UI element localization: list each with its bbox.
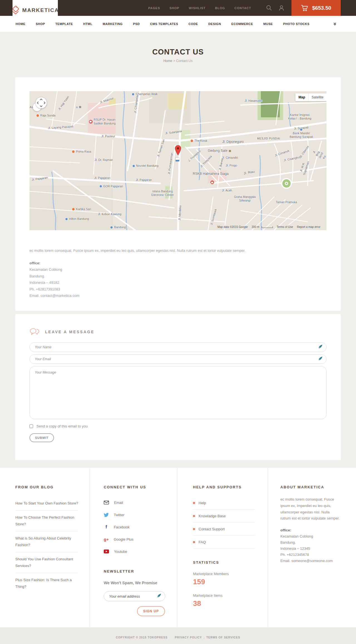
map-data-credit: Map data ©2015 Google [217,225,248,228]
name-input[interactable] [29,342,327,352]
tag-logo-icon [11,6,20,15]
signup-button[interactable]: SIGN UP [137,606,165,616]
stat-members-value: 159 [193,578,255,586]
office-line: Indonesia – 49182 [29,279,327,286]
contact-info-card: Champelas WalkJl. HasanudinJl. Cihampela… [15,77,341,311]
square-bullet-icon [193,541,195,543]
cart-button[interactable]: $653.50 [291,0,341,16]
terms-of-services-link[interactable]: TERMS OF SERVICES [206,636,240,639]
help-link[interactable]: Help [193,496,255,509]
nav-muse[interactable]: MUSE [263,22,273,26]
nav-code[interactable]: CODE [189,22,198,26]
header-nav-wishlist[interactable]: WISHLIST [189,6,206,10]
form-heading: LEAVE A MESSAGE [45,330,95,334]
contact-intro-text: ec mollis lorem consequat. Fusce ipsum e… [29,248,327,253]
square-bullet-icon [193,528,195,530]
connect-heading: CONNECT WITH US [104,485,165,489]
email-field-wrap [29,354,327,364]
newsletter-field-wrap [104,591,165,601]
office-line: Ph. +62817391083 [29,286,327,292]
page-header: CONTACT US Home > Contact Us [0,32,356,77]
google-map[interactable]: Champelas WalkJl. HasanudinJl. Cihampela… [29,91,327,230]
social-link-twitter[interactable]: Twitter [104,509,165,521]
map-graphics [29,91,327,230]
blog-heading: FROM OUR BLOG [15,485,78,489]
breadcrumb-home[interactable]: Home [163,59,172,63]
office-line: Email. someone@someone.com [280,558,341,564]
footer-about-column: ABOUT MARKETICA ec mollis lorem consequa… [268,468,341,627]
footer-connect-column: CONNECT WITH US Email Twitter f Facebo [90,468,177,627]
social-link-youtube[interactable]: Youtube [104,545,165,558]
blog-link[interactable]: How To Choose The Perfect Fashion Store? [15,511,78,531]
footer-help-column: HELP AND SUPPORTS Help Knowladge Base Co… [177,468,268,627]
help-link[interactable]: Contact Support [193,523,255,536]
link-separator: . [204,636,205,639]
nav-psd[interactable]: PSD [133,22,140,26]
brand-name: MARKETICA [22,7,59,13]
newsletter-tagline: We Won't Spam, We Promise [104,581,165,585]
office-line: Email. contact@marketica.com [29,292,327,299]
about-heading: ABOUT MARKETICA [280,485,341,489]
twitter-icon [104,513,109,517]
square-bullet-icon [193,502,195,504]
social-link-facebook[interactable]: f Facebook [104,521,165,533]
nav-html[interactable]: HTML [83,22,92,26]
nav-shop[interactable]: SHOP [36,22,45,26]
header-nav-contact[interactable]: CONTACT [234,6,251,10]
chevron-double-down-icon[interactable] [333,22,337,26]
report-map-error-link[interactable]: Report a map error [297,225,320,228]
nav-home[interactable]: HOME [16,22,25,26]
email-icon [104,501,109,504]
help-link[interactable]: FAQ [193,536,255,549]
office-line: Bandung. [29,273,327,279]
name-field-wrap [29,342,327,352]
office-label: office: [280,527,341,533]
map-scale-label: 200 m [252,225,259,228]
map-view-button[interactable]: Map [295,93,308,101]
header-nav-shop[interactable]: SHOP [170,6,179,10]
nav-photo-stocks[interactable]: PHOTO STOCKS [283,22,310,26]
privacy-policy-link[interactable]: PRIVACY POLICY [175,636,202,639]
terms-of-use-link[interactable]: Terms of Use [277,225,293,228]
newsletter-email-input[interactable] [104,591,165,601]
nav-template[interactable]: TEMPLATE [55,22,73,26]
statistics-heading: STATISTICS [193,560,255,565]
facebook-icon: f [104,524,109,530]
nav-design[interactable]: DESIGN [208,22,221,26]
nav-marketing[interactable]: MARKETING [103,22,123,26]
copyright-text: COPYRIGHT © 2015 TOKOPRESS [116,636,167,639]
message-form-card: LEAVE A MESSAGE Send a copy of this emai… [15,314,341,460]
message-textarea[interactable] [29,366,327,419]
email-input[interactable] [29,354,327,364]
social-link-email[interactable]: Email [104,496,165,509]
blog-link[interactable]: What is So Alluring About Celebrity Fash… [15,531,78,552]
logo[interactable]: MARKETICA [13,0,58,20]
header-nav-pages[interactable]: PAGES [148,6,160,10]
blog-link[interactable]: Should You Use Fashion Consultant Servic… [15,552,78,573]
satellite-view-button[interactable]: Satellite [308,93,327,101]
nav-ecommerce[interactable]: ECOMMERCE [231,22,253,26]
help-link[interactable]: Knowladge Base [193,509,255,523]
cart-total: $653.50 [312,5,331,11]
chat-bubbles-icon [29,328,39,336]
location-marker-pin[interactable] [175,145,182,157]
page-title: CONTACT US [0,48,356,56]
nav-cms-templates[interactable]: CMS TEMPLATES [150,22,178,26]
map-pan-control[interactable] [36,97,47,108]
office-address: office: Kecamatan Coblong Bandung. Indon… [29,260,327,299]
submit-button[interactable]: SUBMIT [29,433,54,442]
social-link-google-plus[interactable]: g+ Google Plus [104,533,165,545]
stat-members-label: Marketplace Members [193,572,255,576]
office-line: Kecamatan Coblong [280,533,341,539]
office-line: Kecamatan Coblong [29,266,327,273]
office-line: Ph. +6212345678 [280,552,341,558]
pen-icon [318,344,323,350]
search-icon[interactable] [266,5,272,11]
map-type-toggle: Map Satellite [295,93,327,101]
blog-link[interactable]: Plus Size Fashion: Is There Such a Thing… [15,573,78,594]
office-line: Bandung. [280,539,341,546]
header-nav-blog[interactable]: BLOG [215,6,225,10]
send-copy-checkbox[interactable] [29,424,33,428]
user-account-icon[interactable] [279,5,284,11]
blog-link[interactable]: How To Start Your Own Fashion Store? [15,496,78,511]
